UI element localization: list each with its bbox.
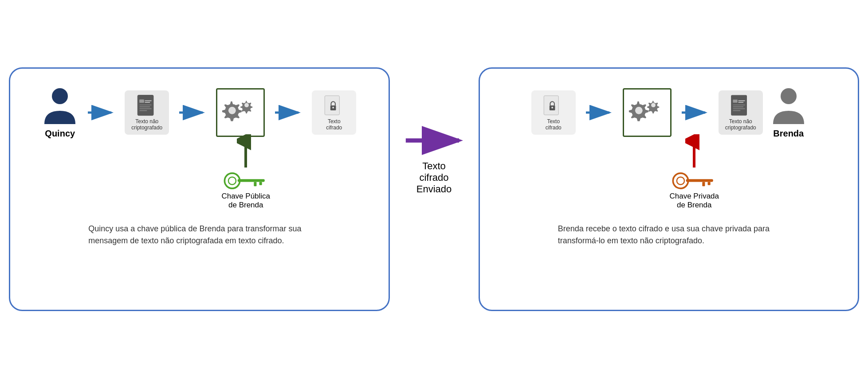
svg-rect-19: [325, 95, 339, 114]
svg-rect-5: [139, 99, 144, 102]
right-panel: Texto cifrado: [479, 67, 860, 311]
svg-point-16: [228, 106, 236, 114]
svg-rect-7: [145, 100, 151, 101]
svg-point-48: [781, 88, 797, 104]
svg-rect-55: [708, 182, 711, 185]
svg-rect-28: [259, 182, 262, 185]
svg-point-52: [677, 177, 684, 184]
private-key-label: Chave Privada de Brenda: [669, 192, 719, 210]
encrypted-doc-right: Texto cifrado: [531, 90, 576, 135]
encrypted-text-label-right: Texto cifrado: [546, 118, 562, 131]
encrypted-doc-left: Texto cifrado: [312, 90, 356, 135]
svg-rect-12: [139, 110, 147, 111]
encrypted-text-label-left: Texto cifrado: [326, 118, 342, 131]
right-panel-description: Brenda recebe o texto cifrado e usa sua …: [558, 223, 780, 247]
plain-text-label-left: Texto não criptografado: [131, 118, 162, 131]
gear-decrypt: [623, 88, 672, 137]
svg-point-21: [332, 106, 334, 108]
arrow-4: [584, 104, 615, 121]
svg-point-0: [52, 88, 68, 104]
svg-rect-31: [544, 95, 558, 114]
left-panel: Quincy: [9, 67, 390, 311]
left-panel-description: Quincy usa a chave pública de Brenda par…: [88, 223, 310, 247]
arrow-5: [679, 104, 711, 121]
brenda-person: Brenda: [771, 86, 806, 139]
svg-point-37: [635, 106, 643, 114]
arrow-2: [177, 104, 208, 121]
middle-section: Texto cifrado Enviado: [403, 67, 465, 195]
svg-rect-9: [139, 104, 151, 105]
svg-rect-47: [733, 110, 741, 111]
middle-label-line2: cifrado: [416, 172, 452, 183]
svg-rect-45: [733, 106, 744, 107]
svg-rect-53: [686, 179, 713, 182]
middle-label-line3: Enviado: [416, 183, 452, 195]
svg-point-15: [244, 103, 249, 107]
quincy-label: Quincy: [45, 129, 75, 139]
brenda-label: Brenda: [773, 129, 804, 139]
middle-label-line1: Texto: [416, 160, 452, 172]
plain-text-doc-left: Texto não criptografado: [125, 90, 169, 135]
svg-point-33: [551, 106, 553, 108]
svg-rect-44: [733, 104, 745, 105]
arrow-3: [273, 104, 304, 121]
plain-text-label-right: Texto não criptografado: [725, 118, 756, 131]
svg-rect-27: [254, 182, 257, 186]
svg-rect-10: [139, 106, 150, 107]
svg-point-51: [673, 173, 688, 188]
svg-point-25: [228, 177, 236, 184]
svg-rect-54: [703, 182, 705, 186]
plain-text-doc-right: Texto não criptografado: [719, 90, 763, 135]
svg-rect-46: [733, 108, 745, 109]
public-key-section: Chave Pública de Brenda: [221, 134, 270, 210]
svg-rect-8: [145, 101, 150, 102]
svg-rect-26: [238, 179, 265, 182]
svg-point-36: [651, 103, 656, 107]
svg-rect-42: [738, 100, 745, 101]
public-key-label: Chave Pública de Brenda: [221, 192, 270, 210]
private-key-section: Chave Privada de Brenda: [669, 134, 719, 210]
svg-point-24: [225, 173, 240, 188]
svg-rect-11: [139, 108, 151, 109]
gear-encrypt: [216, 88, 265, 137]
quincy-person: Quincy: [42, 86, 78, 139]
arrow-1: [86, 104, 117, 121]
svg-rect-41: [733, 99, 738, 102]
svg-rect-43: [738, 101, 744, 102]
